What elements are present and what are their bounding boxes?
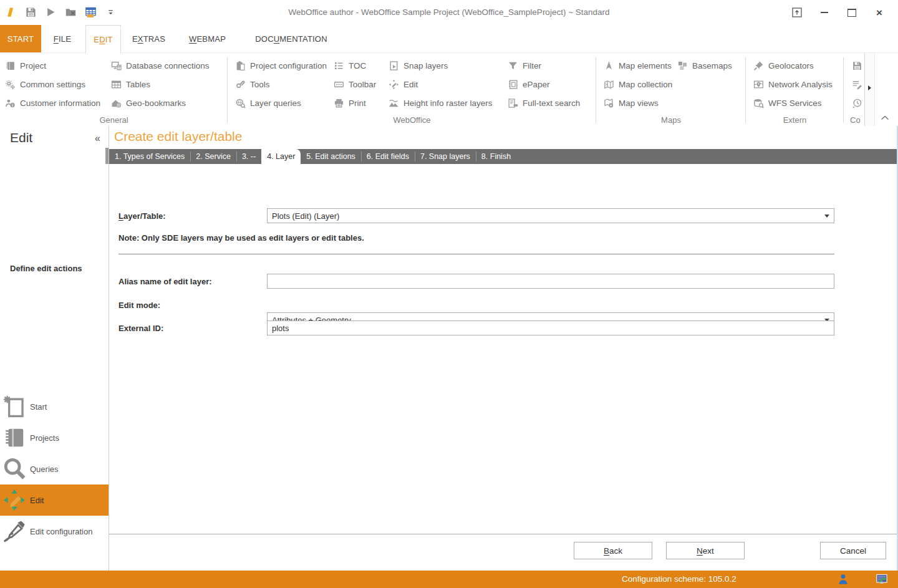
table-icon[interactable] — [84, 5, 98, 19]
sidebar-item-queries[interactable]: Queries — [0, 453, 109, 484]
tab-start[interactable]: START — [0, 25, 41, 52]
ribbon-item-label: Toolbar — [349, 80, 376, 89]
ribbon-item-wfs-services[interactable]: WFS Services — [753, 94, 836, 112]
ribbon-item-tools[interactable]: Tools — [235, 75, 334, 94]
alias-input[interactable] — [267, 274, 834, 289]
edit-mode-label: Edit mode: — [118, 301, 160, 310]
sidebar-note: Define edit actions — [10, 264, 82, 273]
chevron-down-icon — [824, 214, 829, 218]
ribbon-item-database-connections[interactable]: Database connections — [111, 56, 222, 75]
minimize-icon[interactable] — [811, 0, 838, 25]
customize-quick-access-icon[interactable] — [104, 5, 118, 19]
ribbon-group-label: General — [0, 115, 228, 125]
close-project-icon[interactable] — [64, 5, 78, 19]
ribbon-item-map-collection[interactable]: Map collection — [604, 75, 677, 94]
ribbon-item-project-configuration[interactable]: Project configuration — [235, 56, 334, 75]
scroll-right-icon — [868, 85, 871, 90]
external-id-input[interactable] — [267, 321, 834, 335]
ribbon-item-filter[interactable]: Filter — [508, 56, 592, 75]
ribbon-item-label: Snap layers — [403, 61, 448, 70]
ribbon-item-label: Layer queries — [250, 99, 301, 108]
toolbar-icon — [334, 79, 344, 90]
ribbon-item-layer-queries[interactable]: Layer queries — [235, 94, 334, 112]
ribbon-item-label: Project configuration — [250, 61, 327, 70]
ribbon-item-common-settings[interactable]: Common settings — [5, 75, 111, 94]
wfs-services-icon — [753, 98, 764, 108]
wizard-step-types-of-services[interactable]: 1. Types of Services — [109, 149, 190, 164]
geolocators-icon — [753, 60, 764, 71]
ribbon-item-basemaps[interactable]: Basemaps — [677, 56, 737, 75]
tab-webmap[interactable]: WEBMAP — [182, 25, 233, 52]
layer-queries-icon — [235, 98, 246, 108]
ribbon-group-maps: Map elements Map collection Map views Ba… — [596, 53, 746, 126]
maximize-icon[interactable] — [838, 0, 866, 25]
tab-extras[interactable]: EXTRAS — [129, 25, 168, 52]
ribbon-scroll-right[interactable] — [864, 53, 875, 126]
notebook-icon — [5, 60, 16, 71]
projects-notebook-icon — [2, 426, 26, 450]
ribbon-item-network-analysis[interactable]: Network Analysis — [753, 75, 836, 94]
wizard-step-finish[interactable]: 8. Finish — [476, 149, 516, 164]
tab-edit[interactable]: EDIT — [85, 25, 121, 53]
sidebar-item-edit-configuration[interactable]: Edit configuration — [0, 516, 109, 547]
ribbon-item-geolocators[interactable]: Geolocators — [753, 56, 836, 75]
wizard-step-edit-fields[interactable]: 6. Edit fields — [361, 149, 415, 164]
ribbon-item-tables[interactable]: Tables — [111, 75, 222, 94]
wizard-step-service[interactable]: 2. Service — [190, 149, 236, 164]
ribbon-item-label: Network Analysis — [768, 80, 833, 89]
collapse-ribbon-button[interactable] — [879, 115, 891, 122]
title-bar: WebOffice author - WebOffice Sample Proj… — [0, 0, 898, 25]
sidebar-item-start[interactable]: Start — [0, 391, 109, 422]
ribbon-item-label: Print — [349, 99, 366, 108]
wizard-panel: Create edit layer/table 1. Types of Serv… — [109, 126, 898, 571]
status-bar: Configuration scheme: 105.0.2 — [0, 571, 898, 588]
ribbon-item-map-elements[interactable]: Map elements — [604, 56, 677, 75]
ribbon-item-epaper[interactable]: ePaper — [508, 75, 592, 94]
collapse-sidebar-icon[interactable]: « — [95, 133, 100, 144]
ribbon-item-full-text-search[interactable]: Full-text search — [508, 94, 592, 112]
tab-documentation[interactable]: DOCUMENTATION — [249, 25, 334, 52]
sidebar-item-edit[interactable]: Edit — [0, 484, 109, 516]
wizard-step-snap-layers[interactable]: 7. Snap layers — [415, 149, 476, 164]
ribbon-item-print[interactable]: Print — [334, 94, 389, 112]
snap-layers-icon — [389, 60, 399, 71]
run-icon[interactable] — [44, 5, 58, 19]
close-icon[interactable]: × — [866, 0, 893, 25]
divider — [109, 534, 897, 534]
ribbon-item-label: Filter — [523, 61, 541, 70]
wizard-step-layer[interactable]: 4. Layer — [261, 149, 301, 164]
monitor-status-icon[interactable] — [876, 573, 888, 586]
ribbon-item-geo-bookmarks[interactable]: Geo-bookmarks — [111, 94, 222, 112]
divider — [118, 254, 834, 254]
ribbon-item-map-views[interactable]: Map views — [604, 94, 677, 112]
pin-window-icon[interactable] — [783, 0, 811, 25]
sidebar-item-projects[interactable]: Projects — [0, 422, 109, 453]
ribbon-item-height-info-raster-layers[interactable]: Height info raster layers — [389, 94, 508, 112]
wizard-step-3[interactable]: 3. -- — [236, 149, 261, 164]
sidebar-item-label: Queries — [30, 465, 59, 474]
ribbon-item-customer-information[interactable]: Customer information — [5, 94, 111, 112]
full-text-search-icon — [508, 98, 518, 108]
tools-icon — [235, 79, 246, 90]
ribbon-item-toolbar[interactable]: Toolbar — [334, 75, 389, 94]
save-icon[interactable] — [24, 5, 38, 19]
edit-arrows-pencil-icon — [2, 488, 26, 512]
ribbon-item-edit[interactable]: Edit — [389, 75, 508, 94]
user-icon[interactable] — [837, 573, 849, 586]
ribbon-item-snap-layers[interactable]: Snap layers — [389, 56, 508, 75]
back-button[interactable]: Back — [574, 542, 652, 559]
ribbon-item-toc[interactable]: TOC — [334, 56, 389, 75]
weboffice-logo-icon — [4, 5, 18, 19]
tab-file[interactable]: FILE — [46, 25, 79, 52]
cancel-button[interactable]: Cancel — [820, 542, 886, 559]
ribbon-item-project[interactable]: Project — [5, 56, 111, 75]
sidebar-item-label: Projects — [30, 433, 59, 443]
wizard-step-edit-actions[interactable]: 5. Edit actions — [301, 149, 361, 164]
ribbon-group-label: Extern — [746, 115, 844, 125]
sidebar-scrollbar[interactable] — [105, 148, 109, 164]
quick-access-toolbar — [4, 5, 118, 19]
layer-table-value: Plots (Edit) (Layer) — [272, 211, 339, 221]
next-button[interactable]: Next — [666, 542, 745, 559]
layer-table-select[interactable]: Plots (Edit) (Layer) — [267, 208, 834, 223]
queries-magnifier-icon — [2, 457, 26, 481]
